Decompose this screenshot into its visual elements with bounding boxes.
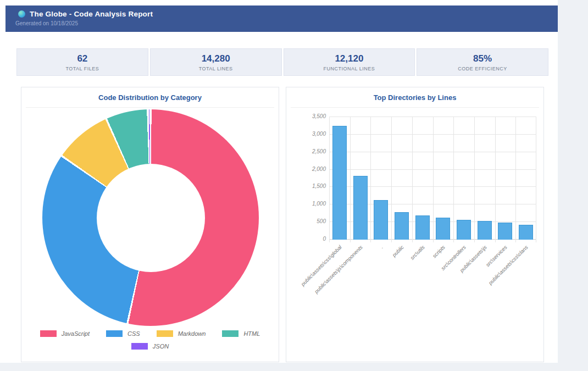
stat-card-code-efficiency: 85% CODE EFFICIENCY xyxy=(417,48,548,76)
y-tick-label: 3,000 xyxy=(292,131,326,137)
bar-chart-plot[interactable]: public\assets\css\globalpublic\assets\js… xyxy=(329,117,536,240)
y-tick-label: 2,000 xyxy=(292,166,326,172)
donut-chart[interactable] xyxy=(42,109,259,326)
legend-item-css[interactable]: CSS xyxy=(106,330,140,337)
x-tick-label: public\assets\css\clans xyxy=(487,244,529,286)
bar[interactable] xyxy=(498,223,512,240)
globe-icon xyxy=(18,10,25,18)
gridline xyxy=(474,117,475,242)
bar[interactable] xyxy=(374,200,388,240)
bar[interactable] xyxy=(395,212,409,240)
gridline xyxy=(350,117,351,242)
bar[interactable] xyxy=(415,215,430,240)
legend-item-json[interactable]: JSON xyxy=(131,343,169,350)
legend-swatch xyxy=(157,330,173,337)
stats-row: 62 TOTAL FILES 14,280 TOTAL LINES 12,120… xyxy=(16,48,548,76)
bar-chart-panel: Top Directories by Lines 05001,0001,5002… xyxy=(286,87,544,362)
legend-swatch xyxy=(106,330,123,337)
legend-label: Markdown xyxy=(178,330,206,337)
report-header: The Globe - Code Analysis Report Generat… xyxy=(5,5,558,32)
legend-label: HTML xyxy=(243,330,260,337)
gridline xyxy=(453,117,454,242)
report-subtitle: Generated on 10/18/2025 xyxy=(15,20,558,26)
y-tick-label: 1,500 xyxy=(292,183,326,189)
legend-label: CSS xyxy=(127,330,140,337)
legend-label: JSON xyxy=(153,343,169,350)
legend-swatch xyxy=(222,330,238,337)
bar[interactable] xyxy=(332,126,347,240)
gridline xyxy=(433,117,434,242)
page-margin-bottom xyxy=(0,363,558,371)
pie-chart-title: Code Distribution by Category xyxy=(21,87,279,102)
legend-item-javascript[interactable]: JavaScript xyxy=(40,330,90,337)
divider xyxy=(291,107,539,108)
stat-label: TOTAL FILES xyxy=(65,66,99,71)
page-title: The Globe - Code Analysis Report xyxy=(30,10,153,18)
stat-card-functional-lines: 12,120 FUNCTIONAL LINES xyxy=(284,48,415,76)
gridline xyxy=(391,117,392,242)
x-tick-label: . xyxy=(379,244,384,250)
stat-label: TOTAL LINES xyxy=(199,66,233,71)
legend-swatch xyxy=(131,343,148,350)
y-tick-label: 500 xyxy=(292,218,326,224)
y-tick-label: 0 xyxy=(292,236,326,242)
stat-value: 85% xyxy=(473,53,492,64)
y-tick-label: 1,000 xyxy=(292,201,326,207)
y-tick-label: 3,500 xyxy=(292,113,326,119)
gridline xyxy=(536,117,536,242)
bar[interactable] xyxy=(457,220,471,240)
legend-label: JavaScript xyxy=(62,330,90,337)
x-tick-label: public\assets\css\global xyxy=(299,244,342,287)
x-tick-label: public xyxy=(391,244,404,258)
stat-value: 14,280 xyxy=(202,53,230,64)
stat-label: FUNCTIONAL LINES xyxy=(324,66,375,71)
bar[interactable] xyxy=(519,225,533,240)
pie-chart-panel: Code Distribution by Category JavaScript… xyxy=(21,87,279,362)
stat-card-total-lines: 14,280 TOTAL LINES xyxy=(150,48,282,76)
page-margin-right xyxy=(558,0,588,371)
legend-item-markdown[interactable]: Markdown xyxy=(157,330,206,337)
bar[interactable] xyxy=(353,176,368,240)
gridline xyxy=(515,117,516,242)
legend-swatch xyxy=(40,330,57,337)
stat-value: 62 xyxy=(77,53,87,64)
y-tick-label: 2,500 xyxy=(292,148,326,154)
legend-item-html[interactable]: HTML xyxy=(222,330,260,337)
stat-label: CODE EFFICIENCY xyxy=(458,66,507,71)
bar-chart-title: Top Directories by Lines xyxy=(286,87,543,102)
divider xyxy=(26,107,274,108)
stat-card-total-files: 62 TOTAL FILES xyxy=(16,48,148,76)
x-tick-label: src\utils xyxy=(409,244,426,261)
x-tick-label: scripts xyxy=(431,244,446,259)
gridline xyxy=(370,117,371,242)
gridline xyxy=(495,117,496,242)
gridline xyxy=(412,117,413,242)
pie-legend: JavaScriptCSSMarkdownHTMLJSON xyxy=(21,330,279,356)
bar[interactable] xyxy=(436,218,450,240)
stat-value: 12,120 xyxy=(335,53,363,64)
gridline xyxy=(329,117,330,242)
bar[interactable] xyxy=(478,221,492,240)
y-axis: 05001,0001,5002,0002,5003,0003,500 xyxy=(292,117,326,240)
